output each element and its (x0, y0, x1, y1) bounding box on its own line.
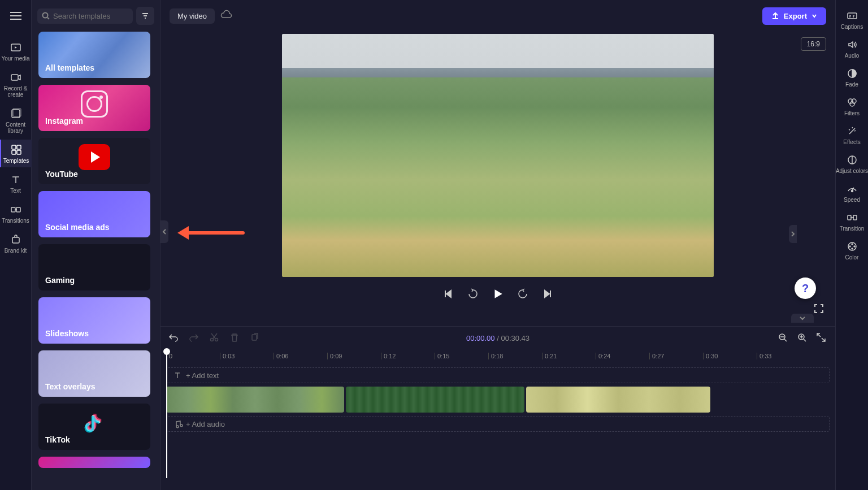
upload-icon (771, 12, 779, 20)
svg-rect-5 (17, 145, 21, 149)
annotation-arrow (175, 226, 249, 248)
rail-your-media[interactable]: Your media (0, 37, 32, 65)
rail-brand-kit[interactable]: Brand kit (0, 229, 32, 257)
chevron-right-icon (791, 231, 795, 237)
svg-rect-10 (12, 237, 19, 243)
fit-button[interactable] (816, 332, 827, 344)
right-audio[interactable]: Audio (836, 34, 869, 62)
search-box[interactable] (37, 8, 133, 24)
filter-button[interactable] (136, 7, 154, 25)
right-filters[interactable]: Filters (836, 92, 869, 120)
search-input[interactable] (53, 12, 128, 20)
playhead[interactable] (166, 349, 167, 478)
project-title[interactable]: My video (170, 8, 215, 24)
add-audio-track[interactable]: + Add audio (166, 416, 830, 432)
right-speed[interactable]: Speed (836, 179, 869, 206)
svg-point-28 (852, 244, 853, 245)
skip-fwd-button[interactable] (516, 287, 530, 301)
skip-back-button[interactable] (466, 287, 480, 301)
rail-transitions[interactable]: Transitions (0, 200, 32, 227)
template-cards[interactable]: All templates Instagram YouTube Social m… (32, 32, 160, 490)
right-label: Audio (845, 53, 860, 59)
play-button[interactable] (491, 287, 505, 301)
card-label: YouTube (45, 170, 78, 179)
card-more[interactable] (38, 457, 150, 468)
right-label: Speed (844, 197, 860, 203)
undo-button[interactable] (168, 332, 180, 344)
redo-button[interactable] (189, 332, 200, 344)
filter-icon (141, 12, 149, 20)
svg-point-30 (849, 246, 850, 247)
export-button[interactable]: Export (762, 7, 826, 25)
rail-label: Templates (3, 158, 29, 164)
video-track[interactable] (166, 387, 830, 413)
ruler-mark: 0:09 (327, 353, 342, 359)
card-youtube[interactable]: YouTube (38, 138, 150, 184)
delete-button[interactable] (229, 332, 241, 344)
help-button[interactable]: ? (795, 277, 816, 299)
add-text-track[interactable]: + Add text (166, 367, 830, 383)
rail-label: Brand kit (5, 248, 27, 254)
clip-3[interactable] (526, 387, 710, 413)
svg-point-11 (43, 13, 48, 18)
card-tiktok[interactable]: TikTok (38, 404, 150, 450)
right-label: Captions (841, 24, 863, 30)
rail-record[interactable]: Record & create (0, 67, 32, 101)
right-panel-collapse[interactable] (789, 225, 797, 243)
right-label: Filters (844, 110, 860, 116)
svg-point-31 (852, 248, 853, 249)
card-all-templates[interactable]: All templates (38, 32, 150, 78)
aspect-ratio[interactable]: 16:9 (801, 37, 826, 51)
right-effects[interactable]: Effects (836, 121, 869, 149)
right-color[interactable]: Color (836, 236, 869, 264)
right-captions[interactable]: Captions (836, 6, 869, 33)
timeline-expand[interactable] (791, 314, 814, 323)
clip-1[interactable] (166, 387, 344, 413)
duplicate-button[interactable] (250, 332, 261, 344)
zoom-out-button[interactable] (778, 332, 789, 344)
zoom-in-button[interactable] (797, 332, 808, 344)
topbar: My video Export (160, 0, 835, 32)
ruler-mark: 0:03 (220, 353, 235, 359)
rail-label: Content library (0, 122, 32, 134)
right-adjust-colors[interactable]: Adjust colors (836, 150, 869, 177)
library-icon (10, 108, 21, 119)
fullscreen-button[interactable] (814, 303, 824, 316)
text-icon (173, 371, 181, 379)
media-icon (10, 42, 21, 53)
rail-label: Record & create (0, 85, 32, 98)
card-label: Gaming (45, 276, 75, 285)
svg-rect-15 (252, 335, 257, 340)
time-ruler[interactable]: 00:030:060:090:120:150:180:210:240:270:3… (166, 349, 830, 365)
ruler-mark: 0:15 (435, 353, 449, 359)
prev-button[interactable] (441, 287, 455, 301)
add-text-label: + Add text (186, 371, 219, 380)
panel-collapse[interactable] (160, 220, 168, 243)
right-fade[interactable]: Fade (836, 63, 869, 91)
card-instagram[interactable]: Instagram (38, 85, 150, 131)
time-display: 00:00.00 / 00:30.43 (466, 334, 530, 342)
right-transition[interactable]: Transition (836, 207, 869, 235)
rail-templates[interactable]: Templates (0, 140, 32, 167)
cut-button[interactable] (209, 332, 220, 344)
card-slideshows[interactable]: Slideshows (38, 297, 150, 344)
left-rail: Your media Record & create Content libra… (0, 0, 32, 490)
clip-2[interactable] (346, 387, 524, 413)
next-button[interactable] (541, 287, 554, 301)
card-text-overlays[interactable]: Text overlays (38, 350, 150, 397)
main-area: My video Export 16:9 ? (160, 0, 835, 490)
card-label: Social media ads (45, 223, 110, 232)
rail-text[interactable]: Text (0, 170, 32, 197)
card-label: Instagram (45, 116, 83, 125)
rail-content-library[interactable]: Content library (0, 103, 32, 137)
menu-button[interactable] (7, 7, 25, 25)
card-social-media[interactable]: Social media ads (38, 191, 150, 237)
ruler-mark: 0:21 (542, 353, 557, 359)
ruler-mark: 0:12 (381, 353, 396, 359)
video-preview[interactable] (282, 34, 714, 277)
svg-point-14 (215, 339, 218, 341)
ruler-mark: 0:27 (649, 353, 664, 359)
right-label: Fade (845, 81, 858, 88)
svg-rect-1 (11, 75, 18, 80)
card-gaming[interactable]: Gaming (38, 244, 150, 290)
